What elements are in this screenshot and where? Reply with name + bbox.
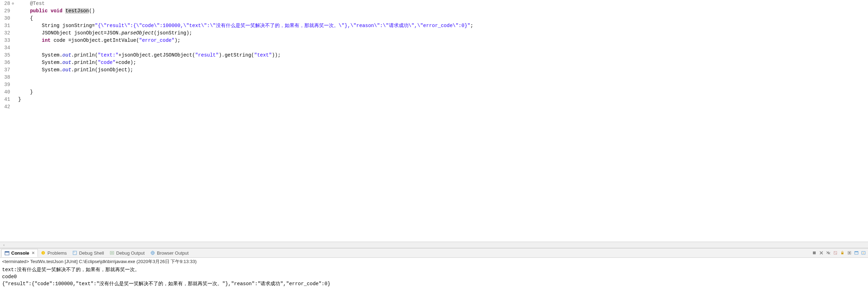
pin-console-icon[interactable] — [846, 250, 853, 256]
close-icon[interactable]: ✕ — [32, 251, 35, 255]
line-number: 36 — [4, 59, 14, 66]
svg-rect-4 — [73, 251, 77, 255]
console-line: {"result":{"code":100000,"text":"没有什么是笑一… — [2, 280, 866, 287]
line-number: 29 — [4, 7, 14, 15]
tab-browser-output[interactable]: Browser Output — [147, 249, 191, 257]
console-line: code0 — [2, 273, 866, 280]
code-line[interactable]: System.out.println(jsonObject); — [18, 66, 868, 74]
remove-all-icon[interactable] — [825, 250, 831, 256]
scroll-left-icon[interactable]: ‹ — [3, 243, 5, 247]
code-line[interactable]: System.out.println("code"+code); — [18, 59, 868, 66]
code-line[interactable] — [18, 81, 868, 89]
code-line[interactable] — [18, 74, 868, 81]
code-line[interactable]: } — [18, 96, 868, 103]
code-line[interactable] — [18, 103, 868, 111]
horizontal-scrollbar[interactable]: ‹ — [0, 242, 868, 248]
tab-debug-output-label: Debug Output — [116, 250, 145, 256]
line-number: 38 — [4, 74, 14, 81]
code-line[interactable]: JSONObject jsonObject=JSON.parseObject(j… — [18, 30, 868, 37]
line-number: 41 — [4, 96, 14, 103]
clear-console-icon[interactable] — [832, 250, 839, 256]
line-number: 31 — [4, 22, 14, 30]
console-panel: Console ✕ ! Problems Debug Shell Debug O… — [0, 248, 868, 288]
tab-console[interactable]: Console ✕ — [1, 249, 38, 257]
console-status: <terminated> TestWx.testJson [JUnit] C:\… — [0, 258, 868, 266]
svg-point-5 — [74, 252, 74, 253]
terminate-icon[interactable] — [811, 250, 817, 256]
svg-rect-23 — [849, 252, 850, 254]
code-line[interactable]: int code =jsonObject.getIntValue("error_… — [18, 37, 868, 44]
code-line[interactable]: String jsonString="{\"result\":{\"code\"… — [18, 22, 868, 30]
line-number: 35 — [4, 52, 14, 59]
line-gutter: 28⊖2930313233343536373839404142 — [0, 0, 17, 242]
code-line[interactable]: { — [18, 15, 868, 22]
line-number: 40 — [4, 89, 14, 96]
console-output[interactable]: text:没有什么是笑一笑解决不了的，如果有，那就再笑一次。code0{"res… — [0, 266, 868, 288]
line-number: 39 — [4, 81, 14, 89]
code-line[interactable]: public void testJson() — [18, 7, 868, 15]
line-number: 28⊖ — [4, 0, 14, 7]
line-number: 33 — [4, 37, 14, 44]
remove-launch-icon[interactable] — [818, 250, 824, 256]
svg-rect-12 — [813, 251, 816, 254]
code-editor[interactable]: 28⊖2930313233343536373839404142 @Test pu… — [0, 0, 868, 242]
line-number: 30 — [4, 15, 14, 22]
scroll-lock-icon[interactable] — [839, 250, 846, 256]
code-line[interactable] — [18, 44, 868, 52]
line-number: 42 — [4, 103, 14, 111]
tab-problems[interactable]: ! Problems — [38, 249, 69, 257]
tab-debug-output[interactable]: Debug Output — [107, 249, 147, 257]
line-number: 34 — [4, 44, 14, 52]
debug-shell-icon — [72, 250, 77, 255]
fold-collapse-icon[interactable]: ⊖ — [11, 0, 14, 7]
tab-browser-output-label: Browser Output — [157, 250, 188, 256]
code-line[interactable]: @Test — [18, 0, 868, 7]
svg-text:!: ! — [43, 251, 44, 255]
tab-console-label: Console — [11, 250, 29, 256]
open-console-icon[interactable]: + — [860, 250, 867, 256]
debug-output-icon — [110, 250, 114, 255]
warning-icon: ! — [41, 250, 46, 255]
svg-line-20 — [834, 251, 837, 254]
svg-rect-1 — [5, 251, 9, 253]
svg-text:+: + — [863, 252, 864, 254]
svg-rect-21 — [841, 253, 843, 254]
tab-debug-shell-label: Debug Shell — [79, 250, 104, 256]
browser-output-icon — [150, 250, 155, 255]
line-number: 32 — [4, 30, 14, 37]
tab-debug-shell[interactable]: Debug Shell — [69, 249, 107, 257]
tab-problems-label: Problems — [47, 250, 67, 256]
svg-rect-25 — [855, 251, 858, 252]
code-line[interactable]: } — [18, 89, 868, 96]
display-selected-icon[interactable] — [853, 250, 860, 256]
svg-rect-6 — [110, 251, 114, 254]
line-number: 37 — [4, 66, 14, 74]
code-area[interactable]: @Test public void testJson() { String js… — [17, 0, 868, 242]
console-line: text:没有什么是笑一笑解决不了的，如果有，那就再笑一次。 — [2, 266, 866, 273]
console-icon — [5, 251, 9, 256]
code-line[interactable]: System.out.println("text:"+jsonObject.ge… — [18, 52, 868, 59]
console-toolbar: + — [811, 250, 867, 256]
view-tabs: Console ✕ ! Problems Debug Shell Debug O… — [0, 248, 868, 258]
